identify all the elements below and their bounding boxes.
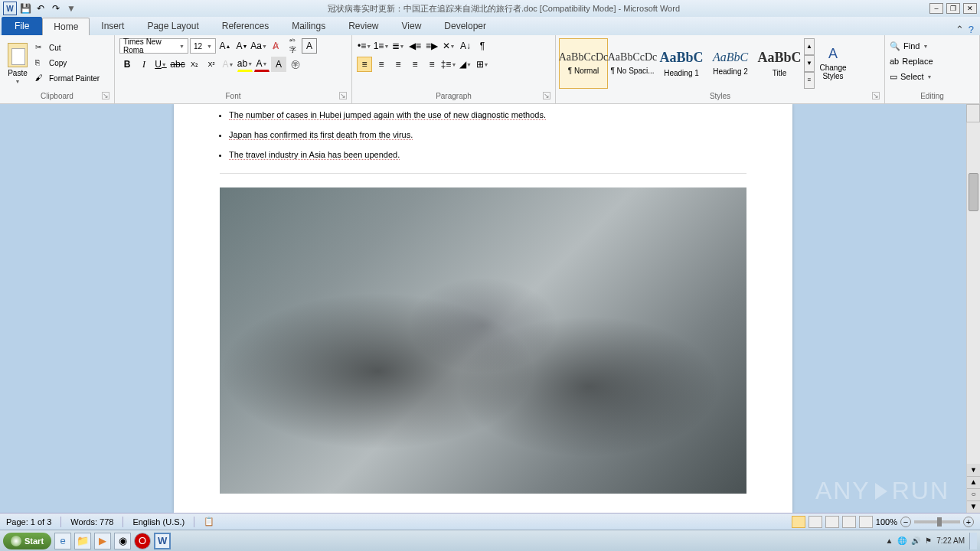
- outline-view[interactable]: [842, 516, 856, 528]
- explorer-icon[interactable]: 📁: [74, 533, 91, 549]
- format-painter-button[interactable]: 🖌Format Painter: [35, 72, 100, 86]
- list-item[interactable]: The number of cases in Hubei jumped agai…: [229, 110, 746, 119]
- clipboard-dialog-launcher[interactable]: ↘: [102, 92, 109, 99]
- tab-file[interactable]: File: [2, 17, 42, 35]
- font-dialog-launcher[interactable]: ↘: [339, 92, 347, 99]
- start-button[interactable]: Start: [3, 533, 51, 549]
- close-button[interactable]: ✕: [963, 3, 977, 14]
- save-icon[interactable]: 💾: [18, 2, 32, 15]
- word-count[interactable]: Words: 778: [70, 517, 113, 527]
- grow-font-button[interactable]: A▲: [217, 38, 233, 54]
- copy-button[interactable]: ⎘Copy: [35, 57, 100, 70]
- change-case-button[interactable]: Aa▼: [251, 38, 266, 54]
- character-border-button[interactable]: A: [302, 38, 317, 54]
- font-name-combo[interactable]: Times New Roma▼: [119, 38, 188, 54]
- tab-view[interactable]: View: [390, 17, 433, 35]
- text-effects-button[interactable]: A▼: [220, 57, 236, 72]
- decrease-indent-button[interactable]: ◀≡: [407, 38, 423, 54]
- style-heading-2[interactable]: AaBbC Heading 2: [706, 38, 755, 89]
- prev-page-icon[interactable]: ▲: [967, 476, 980, 488]
- tray-network-icon[interactable]: 🌐: [897, 536, 906, 545]
- bold-button[interactable]: B: [119, 57, 135, 72]
- show-desktop-button[interactable]: [969, 533, 977, 549]
- sort-button[interactable]: A↓: [458, 38, 473, 54]
- align-left-button[interactable]: ≡: [357, 57, 372, 72]
- web-layout-view[interactable]: [825, 516, 839, 528]
- bullets-button[interactable]: •≡▼: [357, 38, 372, 54]
- print-layout-view[interactable]: [792, 516, 805, 528]
- increase-indent-button[interactable]: ≡▶: [424, 38, 439, 54]
- zoom-out-button[interactable]: −: [900, 517, 911, 527]
- character-shading-button[interactable]: A: [271, 57, 286, 72]
- distributed-button[interactable]: ≡: [424, 57, 439, 72]
- tab-developer[interactable]: Developer: [433, 17, 498, 35]
- list-item[interactable]: Japan has confirmed its first death from…: [229, 130, 746, 139]
- minimize-button[interactable]: –: [929, 3, 943, 14]
- tab-references[interactable]: References: [211, 17, 280, 35]
- numbering-button[interactable]: 1≡▼: [374, 38, 389, 54]
- tray-flag-icon[interactable]: ⚑: [925, 536, 932, 545]
- align-center-button[interactable]: ≡: [374, 57, 389, 72]
- undo-icon[interactable]: ↶: [34, 2, 47, 15]
- tray-show-hidden-icon[interactable]: ▲: [885, 536, 893, 545]
- highlight-button[interactable]: ab▼: [237, 57, 253, 72]
- tab-insert[interactable]: Insert: [90, 17, 136, 35]
- draft-view[interactable]: [859, 516, 873, 528]
- style-no-spacing[interactable]: AaBbCcDc ¶ No Spaci...: [608, 38, 657, 89]
- help-icon[interactable]: ?: [969, 24, 974, 35]
- replace-button[interactable]: abReplace: [890, 54, 933, 69]
- next-page-icon[interactable]: ▼: [967, 500, 980, 513]
- chrome-icon[interactable]: ◉: [114, 533, 131, 549]
- phonetic-guide-button[interactable]: ᵃᵇ字: [285, 38, 300, 54]
- superscript-button[interactable]: X²: [204, 57, 219, 72]
- justify-button[interactable]: ≡: [407, 57, 423, 72]
- italic-button[interactable]: I: [136, 57, 152, 72]
- zoom-level[interactable]: 100%: [876, 517, 897, 527]
- minimize-ribbon-icon[interactable]: ⌃: [956, 24, 964, 35]
- font-size-combo[interactable]: 12▼: [190, 38, 216, 54]
- opera-icon[interactable]: O: [134, 533, 151, 549]
- zoom-in-button[interactable]: +: [963, 517, 974, 527]
- style-heading-1[interactable]: AaBbC Heading 1: [657, 38, 706, 89]
- style-title[interactable]: AaBbC Title: [755, 38, 804, 89]
- strikethrough-button[interactable]: abc: [170, 57, 185, 72]
- cut-button[interactable]: ✂Cut: [35, 41, 100, 55]
- subscript-button[interactable]: X₂: [187, 57, 202, 72]
- tray-clock[interactable]: 7:22 AM: [936, 536, 965, 545]
- clear-formatting-button[interactable]: A̷: [268, 38, 283, 54]
- page-status[interactable]: Page: 1 of 3: [6, 517, 51, 527]
- multilevel-button[interactable]: ≣▼: [390, 38, 406, 54]
- vertical-scrollbar[interactable]: ▲ ▼ ▲ ○ ▼: [966, 104, 980, 513]
- qat-dropdown-icon[interactable]: ▼: [64, 2, 78, 15]
- full-screen-view[interactable]: [808, 516, 822, 528]
- find-button[interactable]: 🔍Find ▼: [890, 38, 928, 54]
- tray-volume-icon[interactable]: 🔊: [911, 536, 920, 545]
- media-player-icon[interactable]: ▶: [94, 533, 111, 549]
- style-normal[interactable]: AaBbCcDc ¶ Normal: [559, 38, 608, 89]
- paste-button[interactable]: Paste ▼: [3, 38, 32, 89]
- word-task-icon[interactable]: W: [154, 533, 171, 549]
- ie-icon[interactable]: e: [54, 533, 71, 549]
- shading-button[interactable]: ◢▼: [458, 57, 473, 72]
- tab-review[interactable]: Review: [337, 17, 390, 35]
- shrink-font-button[interactable]: A▼: [234, 38, 250, 54]
- tab-home[interactable]: Home: [42, 18, 90, 35]
- tab-mailings[interactable]: Mailings: [280, 17, 337, 35]
- ruler-toggle[interactable]: [966, 104, 980, 122]
- zoom-slider[interactable]: [914, 520, 960, 523]
- maximize-button[interactable]: ❐: [946, 3, 960, 14]
- select-button[interactable]: ▭Select ▼: [890, 69, 933, 84]
- list-item[interactable]: The travel industry in Asia has been upe…: [229, 150, 746, 159]
- styles-scroll[interactable]: ▲▼≡: [804, 38, 815, 89]
- document-image[interactable]: [220, 187, 746, 494]
- align-right-button[interactable]: ≡: [390, 57, 406, 72]
- track-changes-icon[interactable]: 📋: [204, 517, 214, 527]
- browse-object-icon[interactable]: ○: [967, 488, 980, 500]
- tab-page-layout[interactable]: Page Layout: [136, 17, 210, 35]
- scroll-down-icon[interactable]: ▼: [967, 464, 980, 476]
- language-status[interactable]: English (U.S.): [132, 517, 185, 527]
- enclose-characters-button[interactable]: ㊫: [288, 57, 303, 72]
- document-area[interactable]: The number of cases in Hubei jumped agai…: [0, 104, 966, 513]
- redo-icon[interactable]: ↷: [49, 2, 63, 15]
- scroll-thumb[interactable]: [969, 173, 978, 211]
